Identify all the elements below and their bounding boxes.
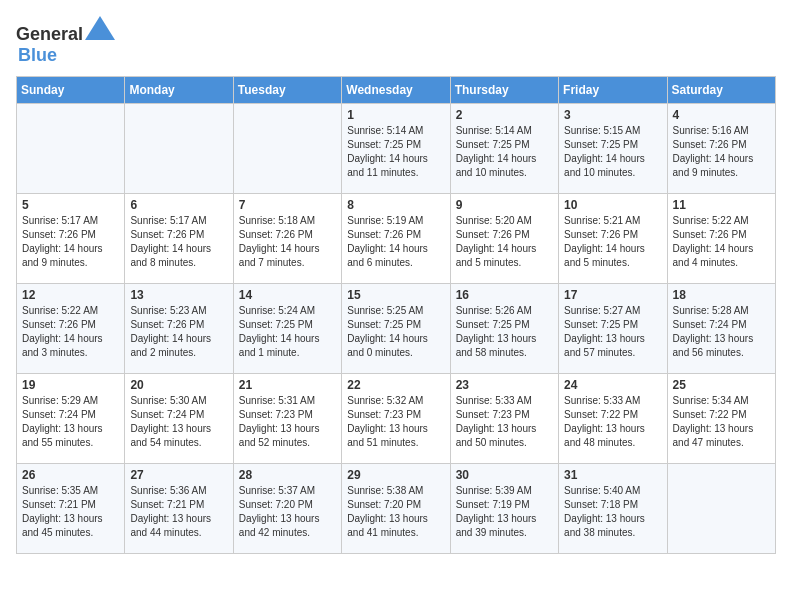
logo-text: General Blue [16, 16, 115, 66]
calendar-cell: 4Sunrise: 5:16 AM Sunset: 7:26 PM Daylig… [667, 104, 775, 194]
calendar-week-2: 5Sunrise: 5:17 AM Sunset: 7:26 PM Daylig… [17, 194, 776, 284]
day-info: Sunrise: 5:32 AM Sunset: 7:23 PM Dayligh… [347, 394, 444, 450]
calendar-cell: 8Sunrise: 5:19 AM Sunset: 7:26 PM Daylig… [342, 194, 450, 284]
logo: General Blue [16, 16, 115, 66]
header-cell-sunday: Sunday [17, 77, 125, 104]
calendar-cell [233, 104, 341, 194]
calendar-cell: 22Sunrise: 5:32 AM Sunset: 7:23 PM Dayli… [342, 374, 450, 464]
day-info: Sunrise: 5:22 AM Sunset: 7:26 PM Dayligh… [673, 214, 770, 270]
day-info: Sunrise: 5:33 AM Sunset: 7:22 PM Dayligh… [564, 394, 661, 450]
calendar-cell: 1Sunrise: 5:14 AM Sunset: 7:25 PM Daylig… [342, 104, 450, 194]
day-info: Sunrise: 5:18 AM Sunset: 7:26 PM Dayligh… [239, 214, 336, 270]
day-number: 24 [564, 378, 661, 392]
calendar-cell: 20Sunrise: 5:30 AM Sunset: 7:24 PM Dayli… [125, 374, 233, 464]
day-info: Sunrise: 5:25 AM Sunset: 7:25 PM Dayligh… [347, 304, 444, 360]
day-info: Sunrise: 5:21 AM Sunset: 7:26 PM Dayligh… [564, 214, 661, 270]
calendar-cell: 14Sunrise: 5:24 AM Sunset: 7:25 PM Dayli… [233, 284, 341, 374]
calendar-week-3: 12Sunrise: 5:22 AM Sunset: 7:26 PM Dayli… [17, 284, 776, 374]
calendar-cell: 30Sunrise: 5:39 AM Sunset: 7:19 PM Dayli… [450, 464, 558, 554]
calendar-cell: 2Sunrise: 5:14 AM Sunset: 7:25 PM Daylig… [450, 104, 558, 194]
day-number: 9 [456, 198, 553, 212]
calendar-cell: 15Sunrise: 5:25 AM Sunset: 7:25 PM Dayli… [342, 284, 450, 374]
calendar-cell: 7Sunrise: 5:18 AM Sunset: 7:26 PM Daylig… [233, 194, 341, 284]
day-info: Sunrise: 5:16 AM Sunset: 7:26 PM Dayligh… [673, 124, 770, 180]
calendar-table: SundayMondayTuesdayWednesdayThursdayFrid… [16, 76, 776, 554]
day-info: Sunrise: 5:39 AM Sunset: 7:19 PM Dayligh… [456, 484, 553, 540]
calendar-week-5: 26Sunrise: 5:35 AM Sunset: 7:21 PM Dayli… [17, 464, 776, 554]
calendar-week-4: 19Sunrise: 5:29 AM Sunset: 7:24 PM Dayli… [17, 374, 776, 464]
calendar-week-1: 1Sunrise: 5:14 AM Sunset: 7:25 PM Daylig… [17, 104, 776, 194]
day-info: Sunrise: 5:30 AM Sunset: 7:24 PM Dayligh… [130, 394, 227, 450]
day-number: 26 [22, 468, 119, 482]
day-number: 13 [130, 288, 227, 302]
day-info: Sunrise: 5:24 AM Sunset: 7:25 PM Dayligh… [239, 304, 336, 360]
calendar-cell: 21Sunrise: 5:31 AM Sunset: 7:23 PM Dayli… [233, 374, 341, 464]
day-number: 10 [564, 198, 661, 212]
day-number: 1 [347, 108, 444, 122]
calendar-cell: 9Sunrise: 5:20 AM Sunset: 7:26 PM Daylig… [450, 194, 558, 284]
calendar-cell: 6Sunrise: 5:17 AM Sunset: 7:26 PM Daylig… [125, 194, 233, 284]
day-number: 16 [456, 288, 553, 302]
calendar-cell: 18Sunrise: 5:28 AM Sunset: 7:24 PM Dayli… [667, 284, 775, 374]
day-info: Sunrise: 5:26 AM Sunset: 7:25 PM Dayligh… [456, 304, 553, 360]
day-number: 28 [239, 468, 336, 482]
calendar-cell: 11Sunrise: 5:22 AM Sunset: 7:26 PM Dayli… [667, 194, 775, 284]
day-info: Sunrise: 5:36 AM Sunset: 7:21 PM Dayligh… [130, 484, 227, 540]
day-info: Sunrise: 5:22 AM Sunset: 7:26 PM Dayligh… [22, 304, 119, 360]
header-cell-thursday: Thursday [450, 77, 558, 104]
day-info: Sunrise: 5:23 AM Sunset: 7:26 PM Dayligh… [130, 304, 227, 360]
day-number: 30 [456, 468, 553, 482]
day-number: 20 [130, 378, 227, 392]
logo-icon [85, 16, 115, 40]
calendar-cell: 5Sunrise: 5:17 AM Sunset: 7:26 PM Daylig… [17, 194, 125, 284]
page-header: General Blue [16, 16, 776, 66]
day-number: 18 [673, 288, 770, 302]
day-number: 27 [130, 468, 227, 482]
calendar-cell: 28Sunrise: 5:37 AM Sunset: 7:20 PM Dayli… [233, 464, 341, 554]
day-number: 22 [347, 378, 444, 392]
day-info: Sunrise: 5:35 AM Sunset: 7:21 PM Dayligh… [22, 484, 119, 540]
day-number: 31 [564, 468, 661, 482]
day-number: 15 [347, 288, 444, 302]
day-number: 4 [673, 108, 770, 122]
day-number: 21 [239, 378, 336, 392]
day-info: Sunrise: 5:20 AM Sunset: 7:26 PM Dayligh… [456, 214, 553, 270]
header-cell-saturday: Saturday [667, 77, 775, 104]
day-number: 3 [564, 108, 661, 122]
day-number: 23 [456, 378, 553, 392]
day-info: Sunrise: 5:14 AM Sunset: 7:25 PM Dayligh… [347, 124, 444, 180]
calendar-cell: 13Sunrise: 5:23 AM Sunset: 7:26 PM Dayli… [125, 284, 233, 374]
day-number: 8 [347, 198, 444, 212]
day-number: 12 [22, 288, 119, 302]
calendar-cell [17, 104, 125, 194]
header-cell-monday: Monday [125, 77, 233, 104]
day-info: Sunrise: 5:14 AM Sunset: 7:25 PM Dayligh… [456, 124, 553, 180]
calendar-cell: 25Sunrise: 5:34 AM Sunset: 7:22 PM Dayli… [667, 374, 775, 464]
day-info: Sunrise: 5:34 AM Sunset: 7:22 PM Dayligh… [673, 394, 770, 450]
day-number: 5 [22, 198, 119, 212]
calendar-cell: 26Sunrise: 5:35 AM Sunset: 7:21 PM Dayli… [17, 464, 125, 554]
calendar-cell: 3Sunrise: 5:15 AM Sunset: 7:25 PM Daylig… [559, 104, 667, 194]
calendar-cell: 23Sunrise: 5:33 AM Sunset: 7:23 PM Dayli… [450, 374, 558, 464]
header-cell-tuesday: Tuesday [233, 77, 341, 104]
day-number: 14 [239, 288, 336, 302]
day-info: Sunrise: 5:29 AM Sunset: 7:24 PM Dayligh… [22, 394, 119, 450]
day-number: 6 [130, 198, 227, 212]
day-info: Sunrise: 5:40 AM Sunset: 7:18 PM Dayligh… [564, 484, 661, 540]
day-info: Sunrise: 5:33 AM Sunset: 7:23 PM Dayligh… [456, 394, 553, 450]
day-number: 29 [347, 468, 444, 482]
day-info: Sunrise: 5:17 AM Sunset: 7:26 PM Dayligh… [130, 214, 227, 270]
logo-general: General [16, 24, 83, 44]
logo-blue: Blue [18, 45, 57, 65]
day-info: Sunrise: 5:19 AM Sunset: 7:26 PM Dayligh… [347, 214, 444, 270]
day-info: Sunrise: 5:38 AM Sunset: 7:20 PM Dayligh… [347, 484, 444, 540]
day-info: Sunrise: 5:28 AM Sunset: 7:24 PM Dayligh… [673, 304, 770, 360]
calendar-cell [667, 464, 775, 554]
svg-marker-0 [85, 16, 115, 40]
calendar-cell: 17Sunrise: 5:27 AM Sunset: 7:25 PM Dayli… [559, 284, 667, 374]
header-cell-wednesday: Wednesday [342, 77, 450, 104]
day-number: 25 [673, 378, 770, 392]
calendar-body: 1Sunrise: 5:14 AM Sunset: 7:25 PM Daylig… [17, 104, 776, 554]
day-info: Sunrise: 5:37 AM Sunset: 7:20 PM Dayligh… [239, 484, 336, 540]
day-number: 17 [564, 288, 661, 302]
